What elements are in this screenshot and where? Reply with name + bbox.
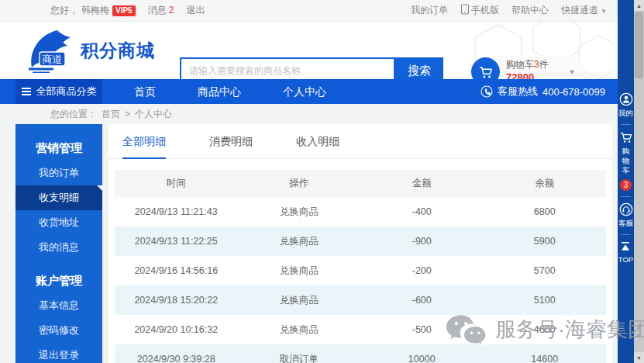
sidebar-item[interactable]: 收货地址 xyxy=(15,210,102,235)
nav-item[interactable]: 商品中心 xyxy=(177,79,262,104)
table-cell: 兑换商品 xyxy=(238,264,361,278)
floatbar-service[interactable]: 客服 xyxy=(618,197,633,234)
site-name: 积分商城 xyxy=(81,39,155,63)
scrollbar-down-button[interactable]: ▼ xyxy=(634,352,644,363)
breadcrumb: 您的位置： 首页 > 个人中心 xyxy=(0,104,618,124)
messages-link[interactable]: 消息2 xyxy=(148,4,174,17)
floatbar-my[interactable]: 我的 xyxy=(618,87,633,124)
table-cell: -400 xyxy=(360,206,484,217)
my-orders-link[interactable]: 我的订单 xyxy=(411,4,448,17)
greeting-text: 您好， xyxy=(50,4,78,17)
hotline-label: 客服热线 xyxy=(498,85,538,99)
sidebar-item[interactable]: 我的消息 xyxy=(15,235,102,260)
nav-items: 首页商品中心个人中心 xyxy=(113,79,347,104)
table-cell: 14600 xyxy=(484,354,607,363)
table-cell: 5100 xyxy=(484,295,607,306)
breadcrumb-current: 个人中心 xyxy=(135,108,172,121)
table-header-cell: 操作 xyxy=(238,177,361,190)
floatbar-cart[interactable]: 购物车 3 xyxy=(619,125,633,196)
all-categories-button[interactable]: 全部商品分类 xyxy=(15,79,102,104)
tab[interactable]: 全部明细 xyxy=(122,124,166,159)
table-cell: -900 xyxy=(360,236,484,247)
table-cell: 兑换商品 xyxy=(238,235,361,248)
table-cell: -600 xyxy=(360,295,484,306)
sidebar-item[interactable]: 我的订单 xyxy=(15,161,102,185)
phone-icon xyxy=(480,85,493,98)
table-cell: 6800 xyxy=(484,206,607,217)
table-cell: 兑换商品 xyxy=(238,323,361,337)
floatbar-cart-label: 购物车 xyxy=(622,147,630,176)
table-cell: 2024/9/16 14:56:16 xyxy=(115,265,238,276)
breadcrumb-separator: > xyxy=(125,109,130,119)
logo[interactable]: 商道 积分商城 xyxy=(19,28,155,73)
sidebar-item[interactable]: 退出登录 xyxy=(15,343,102,363)
table-cell: 2024/9/18 15:20:22 xyxy=(115,295,238,306)
table-body: 2024/9/13 11:21:43兑换商品-40068002024/9/13 … xyxy=(115,197,606,363)
breadcrumb-home-link[interactable]: 首页 xyxy=(102,108,120,121)
table-header-cell: 时间 xyxy=(115,177,238,190)
quick-channel-link[interactable]: 快捷通道▼ xyxy=(561,4,607,17)
quick-channel-label: 快捷通道 xyxy=(561,5,598,16)
tab[interactable]: 消费明细 xyxy=(209,124,253,158)
table-row: 2024/9/18 15:20:22兑换商品-6005100 xyxy=(115,285,606,315)
logo-text: 商道 xyxy=(43,54,63,65)
transactions-table: 时间操作金额余额 2024/9/13 11:21:43兑换商品-40068002… xyxy=(115,170,606,363)
main: 营销管理我的订单收支明细收货地址我的消息账户管理基本信息密码修改退出登录 全部明… xyxy=(0,124,618,363)
table-row: 2024/9/20 10:16:32兑换商品-5004600 xyxy=(115,315,606,344)
nav-item[interactable]: 首页 xyxy=(113,79,177,104)
table-cell: 兑换商品 xyxy=(238,206,361,219)
floatbar-my-label: 我的 xyxy=(618,109,633,119)
back-to-top-label: TOP xyxy=(618,255,633,264)
table-header: 时间操作金额余额 xyxy=(115,170,606,197)
chevron-down-icon: ▼ xyxy=(569,68,576,76)
messages-label: 消息 xyxy=(148,5,167,16)
hamburger-icon xyxy=(22,88,31,95)
cart-icon xyxy=(619,130,633,144)
table-cell: 兑换商品 xyxy=(238,294,361,307)
sidebar-section-title: 账户管理 xyxy=(15,260,102,293)
back-to-top-button[interactable]: TOP xyxy=(618,235,633,269)
scrollbar-up-button[interactable]: ▲ xyxy=(634,0,644,11)
table-cell: -500 xyxy=(360,324,484,335)
dolphin-logo-icon: 商道 xyxy=(19,28,77,73)
user-icon xyxy=(619,92,633,106)
table-cell: 2024/9/30 9:39:28 xyxy=(115,354,238,363)
greeting: 您好， 韩梅梅 VIP5 xyxy=(50,4,136,17)
username-link[interactable]: 韩梅梅 xyxy=(81,4,109,17)
hotline-number: 400-678-0099 xyxy=(542,86,605,98)
table-cell: -200 xyxy=(360,265,484,276)
cart-badge: 3 xyxy=(620,179,632,191)
main-nav: 全部商品分类 首页商品中心个人中心 客服热线 400-678-0099 xyxy=(0,79,618,104)
vip-badge: VIP5 xyxy=(112,5,136,16)
cart-label: 购物车3件 xyxy=(506,59,549,71)
scrollbar-thumb[interactable] xyxy=(635,12,643,78)
table-cell: 取消订单 xyxy=(238,353,361,363)
sidebar-item[interactable]: 收支明细 xyxy=(15,185,102,210)
mobile-phone-icon xyxy=(460,4,470,15)
cart-icon xyxy=(478,64,494,80)
logout-link[interactable]: 退出 xyxy=(186,4,205,17)
hotline: 客服热线 400-678-0099 xyxy=(480,85,605,99)
headset-icon xyxy=(619,202,633,216)
sidebar: 营销管理我的订单收支明细收货地址我的消息账户管理基本信息密码修改退出登录 xyxy=(15,124,102,363)
breadcrumb-prefix: 您的位置： xyxy=(50,108,97,121)
arrow-up-icon xyxy=(619,240,632,253)
table-cell: 4600 xyxy=(484,324,607,335)
table-cell: 2024/9/13 11:21:43 xyxy=(115,206,238,217)
table-cell: 2024/9/20 10:16:32 xyxy=(115,324,238,335)
scrollbar[interactable]: ▲ ▼ xyxy=(634,0,644,363)
nav-item[interactable]: 个人中心 xyxy=(262,79,347,104)
sidebar-item[interactable]: 基本信息 xyxy=(15,293,102,318)
chevron-down-icon: ▼ xyxy=(601,8,607,15)
mobile-version-label: 手机版 xyxy=(471,5,499,16)
cart-count: 3 xyxy=(534,59,539,70)
table-cell: 10000 xyxy=(360,354,484,363)
page: 您好， 韩梅梅 VIP5 消息2 退出 我的订单 手机版 帮助中心 快捷通道▼ xyxy=(0,0,618,363)
mobile-version-link[interactable]: 手机版 xyxy=(460,4,499,17)
messages-count: 2 xyxy=(169,5,174,16)
table-row: 2024/9/13 11:22:25兑换商品-9005900 xyxy=(115,226,606,256)
table-cell: 2024/9/13 11:22:25 xyxy=(115,236,238,247)
sidebar-item[interactable]: 密码修改 xyxy=(15,318,102,343)
tab[interactable]: 收入明细 xyxy=(296,124,339,158)
help-center-link[interactable]: 帮助中心 xyxy=(511,4,549,17)
